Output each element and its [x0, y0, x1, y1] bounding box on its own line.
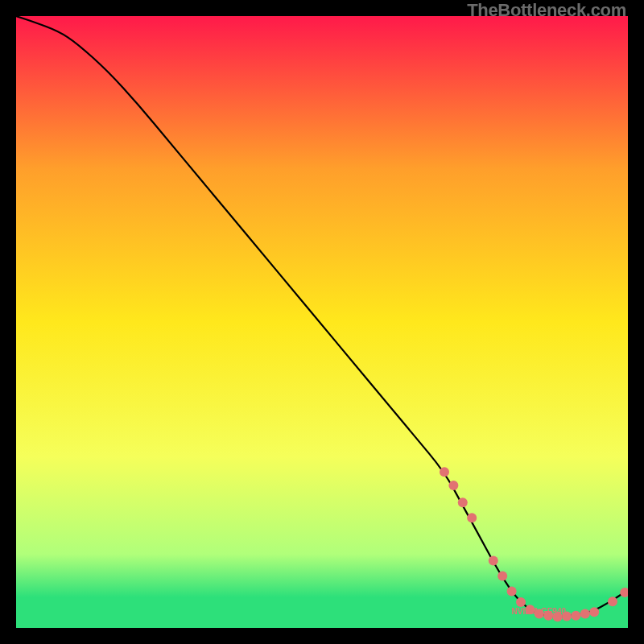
data-marker [516, 597, 526, 607]
data-marker [489, 555, 498, 565]
data-marker [458, 497, 468, 507]
marker-group [440, 467, 628, 621]
data-marker [497, 571, 507, 580]
watermark-text: TheBottleneck.com [467, 0, 626, 21]
chart-frame: NVIDIA GE940 [16, 16, 628, 628]
data-marker [440, 467, 449, 477]
bottleneck-curve [16, 16, 628, 617]
data-marker [571, 611, 580, 621]
data-marker [448, 481, 458, 490]
data-marker [467, 513, 477, 522]
chart-curve-layer: NVIDIA GE940 [16, 16, 628, 628]
data-marker [608, 597, 617, 606]
data-marker [507, 586, 517, 596]
data-marker [580, 609, 590, 619]
data-marker [620, 588, 628, 597]
data-marker [589, 607, 599, 617]
series-label: NVIDIA GE940 [512, 607, 567, 616]
